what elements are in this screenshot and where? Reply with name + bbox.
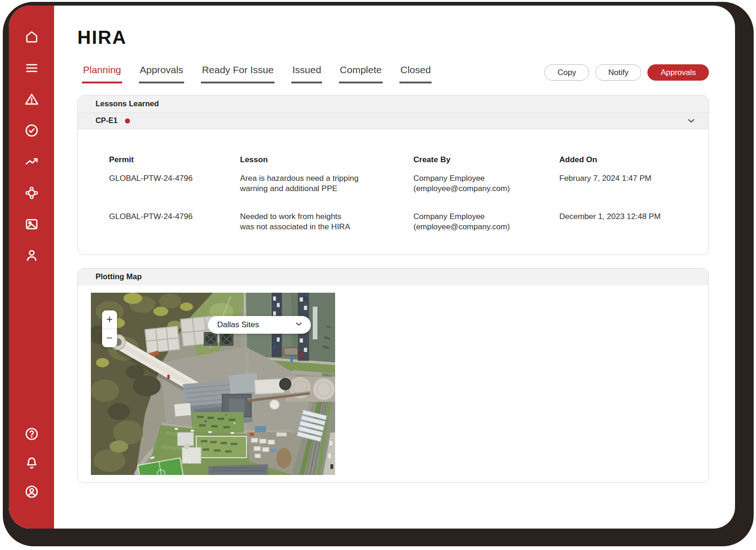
lesson-line: warning and additional PPE xyxy=(240,184,399,194)
col-header-permit: Permit xyxy=(109,155,240,173)
zoom-out-button[interactable]: − xyxy=(102,329,117,347)
account-icon xyxy=(24,484,40,501)
image-icon xyxy=(24,216,40,234)
status-dot xyxy=(125,118,130,124)
approvals-button[interactable]: Approvals xyxy=(647,64,709,81)
group-label: CP-E1 xyxy=(96,117,117,125)
trending-up-icon xyxy=(24,154,40,171)
cell-permit: GLOBAL-PTW-24-4796 xyxy=(109,212,240,232)
sidebar-item-home[interactable] xyxy=(22,28,41,47)
creator-email: (employee@company.com) xyxy=(413,222,545,232)
cell-added-on: February 7, 2024 1:47 PM xyxy=(559,173,690,212)
sidebar-item-tasks[interactable] xyxy=(22,122,41,140)
copy-button[interactable]: Copy xyxy=(544,64,589,81)
alert-triangle-icon xyxy=(24,91,40,109)
hub-icon xyxy=(24,185,40,202)
device-frame: HIRA Planning Approvals Ready For Issue … xyxy=(3,2,754,546)
sidebar-item-menu[interactable] xyxy=(22,59,41,78)
status-dot-badge xyxy=(123,116,132,125)
sidebar-bottom-nav xyxy=(22,425,41,502)
check-circle-icon xyxy=(24,123,40,140)
site-selector-value: Dallas Sites xyxy=(217,320,259,330)
lessons-learned-title: Lessons Learned xyxy=(78,96,708,112)
lessons-group-row[interactable]: CP-E1 xyxy=(78,112,708,129)
lesson-line: Needed to work from heights xyxy=(240,212,399,222)
col-header-create-by: Create By xyxy=(413,155,559,173)
map-zoom-control: + − xyxy=(102,310,117,347)
sidebar-item-people[interactable] xyxy=(22,247,41,265)
creator-name: Company Employee xyxy=(413,173,545,184)
aerial-map[interactable]: + − Dallas Sites xyxy=(91,293,335,475)
user-icon xyxy=(24,248,40,265)
lesson-line: Area is hazardous need a tripping xyxy=(240,173,399,184)
map-body: + − Dallas Sites xyxy=(78,285,708,482)
sidebar-item-analytics[interactable] xyxy=(22,153,41,172)
help-icon xyxy=(24,426,40,443)
creator-name: Company Employee xyxy=(413,212,545,222)
tab-bar: Planning Approvals Ready For Issue Issue… xyxy=(82,64,432,83)
home-icon xyxy=(24,29,40,46)
site-selector-dropdown[interactable]: Dallas Sites xyxy=(208,316,311,334)
cell-lesson: Area is hazardous need a tripping warnin… xyxy=(240,173,413,212)
cell-added-on: December 1, 2023 12:48 PM xyxy=(559,212,690,232)
header-actions: Copy Notify Approvals xyxy=(544,64,709,81)
cell-lesson: Needed to work from heights was not asso… xyxy=(240,212,413,232)
cell-create-by: Company Employee (employee@company.com) xyxy=(413,212,559,232)
col-header-added-on: Added On xyxy=(559,155,690,173)
page-title: HIRA xyxy=(77,28,709,47)
cell-create-by: Company Employee (employee@company.com) xyxy=(413,173,559,212)
cell-permit: GLOBAL-PTW-24-4796 xyxy=(109,173,240,212)
tab-issued[interactable]: Issued xyxy=(291,64,322,83)
tab-closed[interactable]: Closed xyxy=(399,64,432,83)
bell-icon xyxy=(24,455,40,472)
notify-button[interactable]: Notify xyxy=(595,64,641,81)
screen: HIRA Planning Approvals Ready For Issue … xyxy=(0,0,756,550)
main-content: HIRA Planning Approvals Ready For Issue … xyxy=(54,6,735,529)
lesson-line: was not associated in the HIRA xyxy=(240,222,399,232)
sidebar-item-account[interactable] xyxy=(22,483,41,502)
col-header-lesson: Lesson xyxy=(240,155,413,173)
menu-icon xyxy=(24,60,40,77)
sidebar-item-help[interactable] xyxy=(22,425,41,444)
sidebar-item-media[interactable] xyxy=(22,215,41,234)
sidebar-item-hub[interactable] xyxy=(22,184,41,203)
tab-complete[interactable]: Complete xyxy=(339,64,383,83)
tab-approvals[interactable]: Approvals xyxy=(139,64,184,83)
lessons-learned-panel: Lessons Learned CP-E1 Permit Lesson Crea… xyxy=(77,95,709,255)
sidebar xyxy=(9,6,54,529)
creator-email: (employee@company.com) xyxy=(413,184,545,194)
lessons-table: Permit Lesson Create By Added On GLOBAL-… xyxy=(78,129,708,254)
sidebar-item-notifications[interactable] xyxy=(22,454,41,473)
tab-planning[interactable]: Planning xyxy=(82,64,122,83)
plotting-map-panel: Plotting Map xyxy=(77,268,709,483)
chevron-down-icon[interactable] xyxy=(686,116,696,126)
zoom-in-button[interactable]: + xyxy=(102,310,117,329)
tabs-row: Planning Approvals Ready For Issue Issue… xyxy=(77,64,709,83)
sidebar-top-nav xyxy=(22,28,41,265)
plotting-map-title: Plotting Map xyxy=(78,268,708,285)
sidebar-item-alerts[interactable] xyxy=(22,90,41,109)
app-window: HIRA Planning Approvals Ready For Issue … xyxy=(9,6,735,529)
tab-ready-for-issue[interactable]: Ready For Issue xyxy=(201,64,275,83)
chevron-down-icon xyxy=(294,319,303,331)
